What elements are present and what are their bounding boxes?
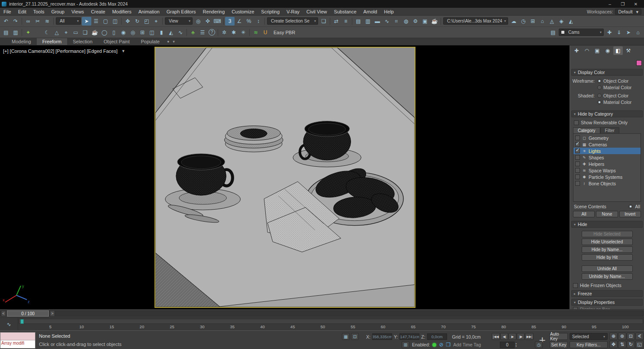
- teapot-icon[interactable]: ☕ ▾: [90, 28, 100, 37]
- hide-selected-button[interactable]: Hide Selected: [582, 231, 633, 237]
- render-setup-icon[interactable]: ⚙ ▾: [411, 17, 420, 26]
- category-checkbox[interactable]: ✓: [575, 155, 580, 160]
- viewport-canvas[interactable]: [+] [Corona Camera002] [Performance] [Ed…: [0, 45, 570, 309]
- category-none-button[interactable]: None: [596, 211, 618, 217]
- plate-stack[interactable]: [224, 126, 283, 152]
- select-and-link-icon[interactable]: ∞ ▾: [23, 17, 33, 26]
- filter-funnel-icon[interactable]: ▼: [121, 49, 125, 53]
- y-coordinate-field[interactable]: -147,741cm: [399, 333, 419, 340]
- tab-selection[interactable]: Selection: [67, 38, 98, 45]
- selection-filter-dropdown[interactable]: All ▾: [56, 17, 81, 25]
- category-row-cameras[interactable]: ✓ ▦ Cameras: [573, 141, 641, 148]
- wireframe-object-color-radio[interactable]: [597, 79, 602, 83]
- asterisk-icon[interactable]: ✳ ▾: [238, 28, 248, 37]
- snowflake-icon[interactable]: ✲ ▾: [219, 28, 229, 37]
- menu-arnold[interactable]: Arnold: [360, 8, 381, 15]
- category-invert-button[interactable]: Invert: [619, 211, 641, 217]
- go-to-start-button[interactable]: |◀◀: [492, 333, 500, 340]
- track-bar-key-strip[interactable]: [19, 319, 643, 324]
- menu-substance[interactable]: Substance: [331, 8, 360, 15]
- field-of-view-icon[interactable]: ∢: [635, 333, 644, 340]
- menu-tools[interactable]: Tools: [30, 8, 48, 15]
- menu-graph-editors[interactable]: Graph Editors: [163, 8, 200, 15]
- keyboard-shortcut-override-icon[interactable]: ⌨ ▾: [213, 17, 222, 26]
- walk-through-icon[interactable]: ⇅: [618, 341, 626, 348]
- category-checkbox[interactable]: ✓: [575, 168, 580, 173]
- set-current-layer-icon[interactable]: ⌂ ▾: [633, 28, 643, 37]
- next-frame-button[interactable]: |▶: [517, 333, 525, 340]
- enabled-indicator[interactable]: [432, 343, 436, 347]
- railing-icon[interactable]: ☰ ▾: [198, 28, 207, 37]
- render-production-icon[interactable]: ☕ ▾: [430, 17, 439, 26]
- z-coordinate-field[interactable]: 0,0cm: [427, 333, 447, 340]
- cylinder-icon[interactable]: ▮ ▾: [157, 28, 166, 37]
- spinner-snap-toggle-icon[interactable]: ↕ ▾: [254, 17, 263, 26]
- tab-freeform[interactable]: Freeform: [37, 38, 68, 45]
- select-and-manipulate-icon[interactable]: ✜ ▾: [203, 17, 213, 26]
- capsule-icon[interactable]: ▯ ▾: [109, 28, 119, 37]
- category-row-particle-systems[interactable]: ✓ ✱ Particle Systems: [573, 174, 641, 180]
- zoom-extents-icon[interactable]: ⊡: [627, 333, 635, 340]
- layer-manager-icon[interactable]: ▤ ▾: [548, 28, 558, 37]
- window-crossing-toggle-icon[interactable]: ◫ ▾: [110, 17, 120, 26]
- plane-icon[interactable]: ▭ ▾: [71, 28, 80, 37]
- select-by-name-icon[interactable]: ☰ ▾: [91, 17, 101, 26]
- starburst-icon[interactable]: ✱ ▾: [229, 28, 238, 37]
- hide-by-hit-button[interactable]: Hide by Hit: [582, 254, 633, 261]
- pyramid-icon[interactable]: ◭ ▾: [166, 28, 176, 37]
- select-and-scale-icon[interactable]: ◰ ▾: [142, 17, 151, 26]
- category-checkbox[interactable]: ✓: [575, 149, 580, 153]
- time-slider-handle[interactable]: 0 / 100: [7, 310, 49, 317]
- modify-tab[interactable]: ◠: [582, 46, 592, 55]
- create-tab[interactable]: ✚: [572, 46, 581, 55]
- listener-line[interactable]: Array modifi: [0, 340, 35, 348]
- menu-scripting[interactable]: Scripting: [258, 8, 283, 15]
- project-folder-dropdown[interactable]: C:\Users\Ale...3ds Max 2024 ▾: [443, 17, 508, 25]
- create-sphere-icon[interactable]: ● ▾: [33, 28, 42, 37]
- tab-populate[interactable]: Populate: [135, 38, 165, 45]
- menu-edit[interactable]: Edit: [15, 8, 30, 15]
- torus-icon[interactable]: ◯ ▾: [100, 28, 109, 37]
- substance-toolbar-icon[interactable]: ◈ ▾: [557, 17, 566, 26]
- undo-icon[interactable]: ↶ ▾: [1, 17, 11, 26]
- utilities-tab[interactable]: ⚒: [624, 46, 633, 55]
- time-configuration-icon[interactable]: ◷: [535, 341, 543, 348]
- track-bar[interactable]: ∿ 51015202530354045505560657075808590951…: [0, 317, 644, 330]
- close-button[interactable]: ✕: [629, 0, 642, 8]
- ribbon-minimize-icon[interactable]: ▾: [171, 39, 177, 44]
- hide-unselected-button[interactable]: Hide Unselected: [582, 239, 633, 245]
- use-pivot-point-center-icon[interactable]: ◎ ▾: [193, 17, 203, 26]
- sphere-icon[interactable]: ◉ ▾: [119, 28, 128, 37]
- snaps-toggle-icon[interactable]: 3 ▾: [225, 17, 235, 26]
- category-checkbox[interactable]: ✓: [575, 142, 580, 147]
- motion-tab[interactable]: ◉: [603, 46, 612, 55]
- tab-object-paint[interactable]: Object Paint: [98, 38, 135, 45]
- frame-number-field[interactable]: 0: [500, 342, 515, 348]
- menu-group[interactable]: Group: [48, 8, 68, 15]
- previous-frame-button[interactable]: ◀|: [500, 333, 508, 340]
- schematic-view-icon[interactable]: ⌗ ▾: [392, 17, 401, 26]
- category-row-geometry[interactable]: ✓ ◻ Geometry: [573, 135, 641, 141]
- material-editor-icon[interactable]: ◍ ▾: [401, 17, 411, 26]
- rectangular-selection-region-icon[interactable]: ▢ ▾: [101, 17, 110, 26]
- category-checkbox[interactable]: ✓: [575, 181, 580, 186]
- frame-spinner-arrows[interactable]: ▴ ▾: [515, 342, 517, 347]
- select-object-icon[interactable]: ➤ ▾: [82, 17, 91, 26]
- unlink-selection-icon[interactable]: ✂ ▾: [33, 17, 42, 26]
- toggle-scene-explorer-icon[interactable]: ▤ ▾: [354, 17, 363, 26]
- go-to-end-button[interactable]: ▶▶|: [525, 333, 533, 340]
- maximize-viewport-toggle-icon[interactable]: ◱: [635, 341, 644, 348]
- minimize-button[interactable]: –: [603, 0, 616, 8]
- ribbon-config-icon[interactable]: ●: [165, 39, 171, 44]
- pan-icon[interactable]: ✥: [609, 341, 618, 348]
- cone-icon[interactable]: △ ▾: [52, 28, 61, 37]
- layer-dropdown[interactable]: Cams ▾: [559, 29, 604, 36]
- curve-editor-icon[interactable]: ∿ ▾: [382, 17, 392, 26]
- display-color-rollout-header[interactable]: ▾ Display Color: [571, 69, 643, 76]
- select-and-rotate-icon[interactable]: ↻ ▾: [132, 17, 142, 26]
- current-frame-marker[interactable]: [20, 319, 24, 324]
- menu-views[interactable]: Views: [68, 8, 87, 15]
- menu-help[interactable]: Help: [380, 8, 397, 15]
- select-and-place-icon[interactable]: ⌖ ▾: [151, 17, 161, 26]
- category-row-bone-objects[interactable]: ✓ ≀ Bone Objects: [573, 180, 641, 187]
